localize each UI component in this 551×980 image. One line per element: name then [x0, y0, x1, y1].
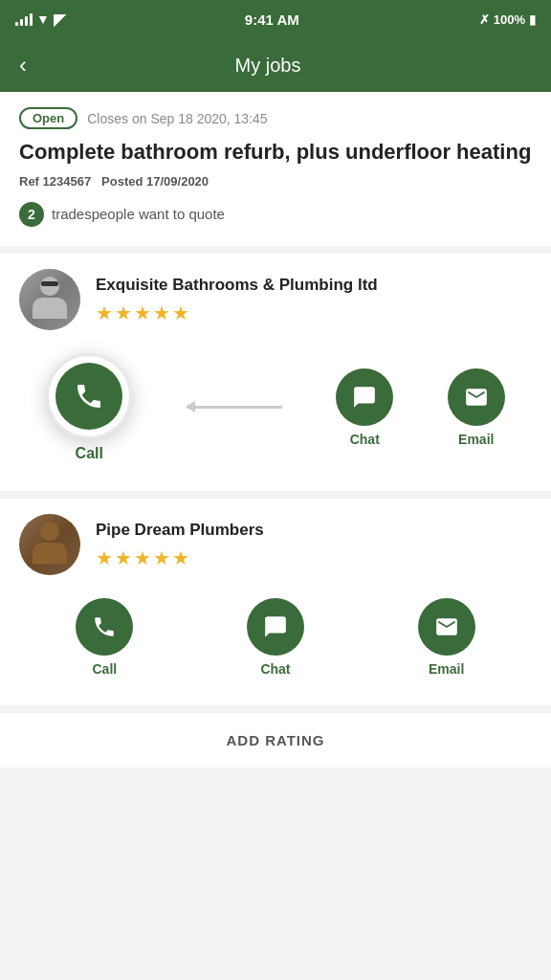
chat-label-1: Chat — [350, 432, 380, 447]
email-action-2[interactable]: Email — [418, 598, 475, 677]
status-bar-time: 9:41 AM — [245, 11, 299, 28]
star-1: ★ — [96, 301, 113, 324]
quote-count-text: tradespeople want to quote — [52, 206, 225, 222]
tradesperson-2-top: Pipe Dream Plumbers ★ ★ ★ ★ ★ — [19, 514, 532, 575]
wifi-icon: ▼ — [36, 11, 50, 27]
tradesperson-2-stars: ★ ★ ★ ★ ★ — [96, 546, 532, 569]
call-circle-2 — [76, 598, 133, 656]
ref-number: 1234567 — [43, 174, 92, 189]
call-action-2[interactable]: Call — [76, 598, 133, 677]
email-circle-2 — [418, 598, 475, 656]
tradesperson-card-1: Exquisite Bathrooms & Plumbing ltd ★ ★ ★… — [0, 254, 551, 491]
chat-icon-1 — [352, 385, 377, 410]
arrow-indicator — [187, 406, 282, 409]
star-2: ★ — [115, 301, 132, 324]
tradesperson-1-name: Exquisite Bathrooms & Plumbing ltd — [96, 275, 532, 296]
call-label-1: Call — [76, 445, 103, 462]
back-button[interactable]: ‹ — [19, 52, 27, 78]
phone-icon-2 — [92, 614, 117, 639]
tradesperson-1-stars: ★ ★ ★ ★ ★ — [96, 301, 532, 324]
tradesperson-2-info: Pipe Dream Plumbers ★ ★ ★ ★ ★ — [96, 520, 532, 569]
wifi-wave-icon: ◤ — [54, 11, 65, 29]
tradesperson-2-name: Pipe Dream Plumbers — [96, 520, 532, 541]
job-status-row: Open Closes on Sep 18 2020, 13:45 — [19, 107, 532, 129]
call-label-2: Call — [92, 661, 117, 677]
email-action-1[interactable]: Email — [448, 368, 505, 447]
email-circle-1 — [448, 368, 505, 426]
star-half: ★ — [172, 301, 189, 324]
tradesperson-1-avatar — [19, 269, 80, 330]
posted-label: Posted — [101, 174, 143, 189]
battery-icon: ▮ — [529, 12, 536, 27]
chat-icon-2 — [263, 614, 288, 639]
phone-icon-large — [74, 381, 104, 412]
battery-percentage: 100% — [494, 12, 525, 27]
star-4: ★ — [153, 301, 170, 324]
quote-count-row: 2 tradespeople want to quote — [19, 202, 532, 227]
star-3: ★ — [134, 301, 151, 324]
status-bar: ▼ ◤ 9:41 AM ✗ 100% ▮ — [0, 0, 551, 38]
header: ‹ My jobs — [0, 38, 551, 92]
add-rating-section: ADD RATING — [0, 713, 551, 768]
chat-action-2[interactable]: Chat — [247, 598, 304, 677]
main-content: Open Closes on Sep 18 2020, 13:45 Comple… — [0, 92, 551, 768]
signal-bars-icon — [15, 12, 33, 26]
job-title: Complete bathroom refurb, plus underfloo… — [19, 139, 532, 167]
posted-date: 17/09/2020 — [146, 174, 209, 189]
email-icon-1 — [464, 385, 489, 410]
add-rating-button[interactable]: ADD RATING — [226, 732, 324, 748]
page-title: My jobs — [42, 55, 494, 77]
bluetooth-icon: ✗ — [479, 12, 490, 27]
call-circle-large — [46, 353, 132, 439]
email-label-1: Email — [458, 432, 494, 447]
tradesperson-2-avatar — [19, 514, 80, 575]
tradesperson-card-2: Pipe Dream Plumbers ★ ★ ★ ★ ★ Call — [0, 499, 551, 705]
chat-circle-1 — [336, 368, 393, 426]
chat-action-1[interactable]: Chat — [336, 368, 393, 447]
call-inner-circle — [55, 363, 122, 430]
job-closes-text: Closes on Sep 18 2020, 13:45 — [87, 111, 267, 126]
star2-5: ★ — [172, 546, 189, 569]
status-bar-left: ▼ ◤ — [15, 11, 65, 29]
chat-label-2: Chat — [260, 661, 290, 677]
tradesperson-1-top: Exquisite Bathrooms & Plumbing ltd ★ ★ ★… — [19, 269, 532, 330]
star2-2: ★ — [115, 546, 132, 569]
job-header: Open Closes on Sep 18 2020, 13:45 Comple… — [0, 92, 551, 246]
job-status-badge: Open — [19, 107, 77, 129]
email-label-2: Email — [429, 661, 464, 677]
quote-count-badge: 2 — [19, 202, 44, 227]
star2-3: ★ — [134, 546, 151, 569]
chat-circle-2 — [247, 598, 304, 656]
status-bar-right: ✗ 100% ▮ — [479, 12, 536, 27]
email-icon-2 — [434, 614, 459, 639]
call-action-1-large[interactable]: Call — [46, 353, 132, 462]
tradesperson-1-info: Exquisite Bathrooms & Plumbing ltd ★ ★ ★… — [96, 275, 532, 324]
star2-1: ★ — [96, 546, 113, 569]
star2-4: ★ — [153, 546, 170, 569]
job-meta: Ref 1234567 Posted 17/09/2020 — [19, 174, 532, 189]
ref-label: Ref — [19, 174, 39, 189]
